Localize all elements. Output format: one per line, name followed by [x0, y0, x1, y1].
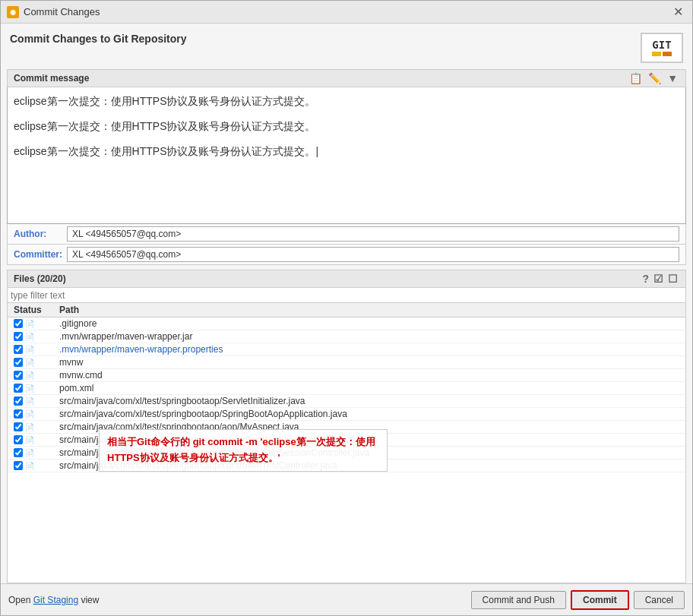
commit-line-1: eclipse第一次提交：使用HTTPS协议及账号身份认证方式提交。: [14, 93, 679, 109]
file-type-icon: 📄: [25, 371, 34, 380]
dialog-content: Commit message 📋 ✏️ ▼ eclipse第一次提交：使用HTT…: [1, 69, 692, 583]
file-type-icon: 📄: [25, 397, 34, 406]
tooltip-overlay: 相当于Git命令行的 git commit -m 'eclipse第一次提交：使…: [99, 429, 388, 472]
file-path-cell: .mvn/wrapper/maven-wrapper.jar: [53, 331, 685, 342]
file-row: 📄mvnw: [8, 356, 685, 369]
git-staging-link[interactable]: Git Staging: [33, 595, 78, 605]
commit-message-icons: 📋 ✏️ ▼: [628, 72, 679, 84]
help-icon[interactable]: ?: [641, 273, 650, 285]
file-checkbox-input[interactable]: [14, 396, 23, 406]
filter-input[interactable]: [11, 290, 682, 301]
file-type-icon: 📄: [25, 384, 34, 393]
file-path-cell: pom.xml: [53, 383, 685, 393]
file-checkbox-input[interactable]: [14, 461, 23, 470]
check-all-icon[interactable]: ☑: [652, 273, 665, 285]
commit-message-area[interactable]: eclipse第一次提交：使用HTTPS协议及账号身份认证方式提交。 eclip…: [7, 87, 686, 224]
file-path-cell: .mvn/wrapper/maven-wrapper.properties: [53, 344, 685, 355]
file-path-cell: src/main/java/com/xl/test/springbootaop/…: [53, 396, 685, 406]
file-type-icon: 📄: [25, 320, 34, 328]
committer-input[interactable]: [67, 247, 679, 262]
commit-button[interactable]: Commit: [571, 590, 629, 610]
col-status-header: Status: [8, 305, 53, 315]
git-logo-bar: [652, 52, 672, 56]
author-input[interactable]: [67, 226, 679, 242]
file-checkbox-cell: 📄: [8, 461, 53, 470]
file-checkbox-input[interactable]: [14, 384, 23, 393]
git-logo-text: GIT: [652, 39, 671, 50]
file-path-cell: src/main/java/com/xl/test/springbootaop/…: [53, 409, 685, 419]
uncheck-all-icon[interactable]: ☐: [666, 273, 679, 285]
dialog-header: Commit Changes to Git Repository GIT: [1, 24, 692, 69]
file-row: 📄pom.xml: [8, 382, 685, 395]
file-row: 📄.mvn/wrapper/maven-wrapper.jar: [8, 330, 685, 343]
file-checkbox-input[interactable]: [14, 371, 23, 380]
commit-message-section-label: Commit message 📋 ✏️ ▼: [7, 69, 686, 87]
file-type-icon: 📄: [25, 462, 34, 470]
file-checkbox-cell: 📄: [8, 396, 53, 406]
files-table-header: Status Path: [8, 303, 685, 317]
file-checkbox-input[interactable]: [14, 448, 23, 457]
bottom-bar: Open Git Staging view Commit and Push Co…: [1, 583, 692, 615]
commit-message-label-text: Commit message: [14, 73, 89, 84]
file-checkbox-input[interactable]: [14, 435, 23, 444]
commit-dialog: ◉ Commit Changes ✕ Commit Changes to Git…: [0, 0, 693, 616]
file-row: 📄.mvn/wrapper/maven-wrapper.properties: [8, 343, 685, 356]
file-checkbox-cell: 📄: [8, 384, 53, 393]
git-logo-bar-orange: [663, 52, 672, 56]
committer-label: Committer:: [14, 249, 67, 260]
title-bar: ◉ Commit Changes ✕: [1, 1, 692, 24]
file-path-cell: mvnw.cmd: [53, 370, 685, 381]
commit-line-3: eclipse第一次提交：使用HTTPS协议及账号身份认证方式提交。: [14, 144, 679, 160]
file-path-cell: mvnw: [53, 357, 685, 368]
files-filter[interactable]: [7, 288, 686, 303]
app-icon: ◉: [7, 6, 19, 18]
files-header: Files (20/20) ? ☑ ☐: [7, 270, 686, 288]
file-type-icon: 📄: [25, 423, 34, 431]
title-bar-title: Commit Changes: [24, 6, 100, 17]
col-path-header: Path: [53, 305, 685, 315]
file-checkbox-input[interactable]: [14, 409, 23, 419]
author-label: Author:: [14, 229, 67, 239]
file-checkbox-input[interactable]: [14, 319, 23, 328]
committer-row: Committer:: [7, 245, 686, 265]
file-row: 📄src/main/java/com/xl/test/springbootaop…: [8, 395, 685, 408]
file-type-icon: 📄: [25, 359, 34, 367]
file-type-icon: 📄: [25, 346, 34, 354]
file-checkbox-cell: 📄: [8, 435, 53, 444]
file-row: 📄.gitignore: [8, 317, 685, 330]
tooltip-text: 相当于Git命令行的 git commit -m 'eclipse第一次提交：使…: [107, 436, 375, 463]
open-text: Open: [8, 595, 30, 605]
file-checkbox-cell: 📄: [8, 422, 53, 431]
author-row: Author:: [7, 224, 686, 245]
files-section: Files (20/20) ? ☑ ☐ Status Path 📄.gitign…: [7, 270, 686, 583]
git-logo-bar-yellow: [652, 52, 661, 56]
edit-icon[interactable]: ✏️: [647, 72, 663, 84]
close-button[interactable]: ✕: [670, 6, 686, 18]
cancel-button[interactable]: Cancel: [634, 591, 685, 609]
file-checkbox-cell: 📄: [8, 358, 53, 367]
file-checkbox-cell: 📄: [8, 345, 53, 354]
file-type-icon: 📄: [25, 449, 34, 457]
file-path-cell: .gitignore: [53, 318, 685, 329]
dialog-title: Commit Changes to Git Repository: [10, 33, 187, 45]
file-checkbox-input[interactable]: [14, 358, 23, 367]
file-checkbox-cell: 📄: [8, 448, 53, 457]
file-row: 📄src/main/java/com/xl/test/springbootaop…: [8, 408, 685, 421]
file-checkbox-input[interactable]: [14, 332, 23, 341]
paste-icon[interactable]: 📋: [628, 72, 644, 84]
files-header-icons: ? ☑ ☐: [641, 273, 679, 285]
file-row: 📄mvnw.cmd: [8, 369, 685, 382]
bottom-left: Open Git Staging view: [8, 595, 99, 605]
file-checkbox-cell: 📄: [8, 332, 53, 341]
file-checkbox-cell: 📄: [8, 371, 53, 380]
file-checkbox-input[interactable]: [14, 345, 23, 354]
commit-and-push-button[interactable]: Commit and Push: [471, 591, 566, 609]
view-text: view: [81, 595, 99, 605]
commit-line-2: eclipse第一次提交：使用HTTPS协议及账号身份认证方式提交。: [14, 118, 679, 134]
file-checkbox-input[interactable]: [14, 422, 23, 431]
file-checkbox-cell: 📄: [8, 319, 53, 328]
file-type-icon: 📄: [25, 410, 34, 419]
dropdown-icon[interactable]: ▼: [666, 72, 679, 84]
file-checkbox-cell: 📄: [8, 409, 53, 419]
files-header-label: Files (20/20): [14, 273, 66, 284]
